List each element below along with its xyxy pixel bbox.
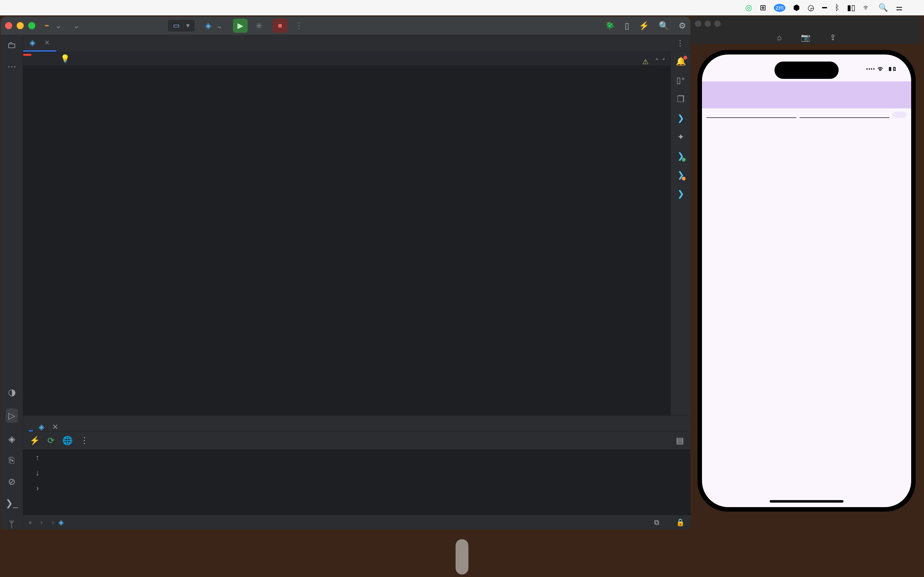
bluetooth-icon[interactable]: ᛒ	[835, 3, 839, 12]
traffic-close[interactable]	[695, 21, 701, 27]
inspection-widget[interactable]: ⚠ ˄ ˅	[642, 55, 666, 69]
home-indicator[interactable]	[770, 500, 843, 503]
stop-button[interactable]: ■	[273, 19, 288, 33]
reader-mode-icon[interactable]: ⧉	[654, 518, 659, 527]
scroll-down-icon[interactable]: ↓	[36, 468, 39, 477]
console-output[interactable]: ↑ ↓ ›	[23, 450, 690, 515]
device-manager-icon[interactable]: ▯	[625, 21, 629, 31]
breadcrumb-icon: ▫	[29, 518, 31, 527]
terminal-tool-icon[interactable]: ❯_	[5, 498, 18, 508]
device-icon: ▭	[173, 21, 180, 30]
sim-toolbar: ⌂ 📷 ⇪	[691, 31, 922, 44]
device-selector[interactable]: ▭ ▾	[168, 19, 195, 32]
android-studio-window: ⌄ ⌄ ▭ ▾ ◈ ⌄ ▶ ⛯ ■ ⋮ 🪲 ▯ ⚡ 🔍 ⚙ 🗀 ⋯ ◑	[1, 17, 690, 530]
spotlight-icon[interactable]: 🔍	[879, 3, 888, 12]
project-badge	[45, 25, 49, 26]
dart-icon: ◈	[205, 21, 211, 30]
chevron-up-icon[interactable]: ˄	[655, 55, 659, 69]
settings-icon[interactable]: ⚙	[678, 21, 686, 31]
traffic-maximize[interactable]	[714, 21, 720, 27]
flutter-tool-icon-2[interactable]: ❯	[677, 170, 684, 180]
coverage-tool-icon[interactable]: ◑	[8, 387, 16, 398]
git-tool-icon[interactable]: ᛘ	[9, 519, 15, 530]
traffic-maximize[interactable]	[28, 22, 35, 29]
open-devtools-icon[interactable]: 🌐	[62, 436, 73, 446]
close-tab-icon[interactable]: ✕	[44, 39, 50, 47]
more-actions-button[interactable]: ⋮	[292, 19, 306, 33]
attach-debugger-icon[interactable]: 🪲	[605, 21, 615, 31]
run-tool-icon[interactable]: ▷	[6, 408, 18, 423]
project-selector[interactable]: ⌄	[55, 21, 61, 30]
flutter-inspector-icon[interactable]: ❯	[677, 113, 684, 123]
dock	[456, 539, 468, 574]
hex-menuextra-icon[interactable]: ⬢	[793, 3, 800, 12]
grid-menuextra-icon[interactable]: ⊞	[760, 3, 766, 12]
layout-icon[interactable]: ▤	[676, 436, 684, 446]
line-menuextra-icon[interactable]: ◎	[745, 3, 752, 12]
input-row	[702, 108, 911, 121]
editor-tab-main[interactable]: ◈ ✕	[23, 35, 56, 52]
annotation-highlight	[23, 54, 31, 56]
tab-overflow-icon[interactable]: ⋮	[676, 39, 690, 48]
app-bar	[702, 81, 911, 108]
status-icons: ···· ᯤ ▮▯	[866, 64, 897, 74]
toolbar-more-icon[interactable]: ⋮	[80, 436, 89, 446]
home-icon[interactable]: ⌂	[777, 33, 782, 42]
search-icon[interactable]: 🔍	[659, 21, 669, 31]
package-tool-icon[interactable]: ⎘	[9, 455, 15, 466]
screenshot-icon[interactable]: 📷	[801, 33, 811, 42]
right-tool-stripe: 🔔 ▯⁺ ❐ ❯ ✦ ❯ ❯ ❯	[670, 52, 690, 416]
hot-restart-icon[interactable]: ⟳	[47, 436, 55, 446]
close-icon[interactable]: ✕	[52, 422, 58, 432]
ime-indicator[interactable]	[822, 7, 827, 8]
chevron-down-icon[interactable]: ˅	[662, 55, 666, 69]
diamond-tool-icon[interactable]: ◈	[8, 434, 15, 444]
traffic-close[interactable]	[5, 22, 12, 29]
share-icon[interactable]: ⇪	[830, 33, 836, 42]
caret-right-icon[interactable]: ›	[36, 484, 39, 493]
goods-list[interactable]	[702, 121, 911, 487]
problems-tool-icon[interactable]: ⊘	[8, 476, 15, 487]
traffic-minimize[interactable]	[704, 21, 711, 27]
lock-icon[interactable]: 🔒	[676, 518, 685, 527]
debug-button[interactable]: ⛯	[252, 19, 266, 33]
layers-icon[interactable]: ❐	[677, 94, 684, 104]
control-center-icon[interactable]: ⚌	[896, 3, 903, 12]
run-tab[interactable]	[29, 424, 33, 432]
status-bar: ···· ᯤ ▮▯	[702, 64, 911, 74]
code-editor[interactable]: 💡 ⚠ ˄ ˅	[23, 52, 670, 416]
traffic-minimize[interactable]	[17, 22, 24, 29]
name-input[interactable]	[706, 111, 796, 118]
run-config-selector[interactable]: ◈ ⌄	[205, 21, 223, 30]
intention-bulb-icon[interactable]: 💡	[60, 52, 70, 65]
device-frame: ···· ᯤ ▮▯	[698, 50, 916, 512]
more-tool-icon[interactable]: ⋯	[7, 61, 16, 72]
sparkle-icon[interactable]: ✦	[677, 132, 684, 142]
run-toolbar: ⚡ ⟳ 🌐 ⋮ ▤	[23, 432, 690, 450]
dart-icon: ◈	[58, 518, 64, 527]
dart-icon: ◈	[29, 38, 35, 47]
save-button[interactable]	[893, 111, 907, 118]
run-config-tab[interactable]: ◈ ✕	[37, 420, 63, 432]
run-button[interactable]: ▶	[233, 19, 248, 33]
vcs-selector[interactable]: ⌄	[73, 21, 79, 30]
macos-menubar: ◎ ⊞ zm ⬢ ◶ ᛒ ▮▯ ᯤ 🔍 ⚌	[0, 0, 924, 15]
project-tool-icon[interactable]: 🗀	[7, 40, 16, 50]
sim-titlebar	[691, 17, 922, 31]
notifications-icon[interactable]: 🔔	[676, 56, 686, 66]
zoom-menuextra-icon[interactable]: zm	[774, 4, 785, 12]
flutter-tool-icon[interactable]: ❯	[677, 151, 684, 161]
hot-reload-icon[interactable]: ⚡	[29, 436, 40, 446]
left-tool-stripe: 🗀 ⋯ ◑ ▷ ◈ ⎘ ⊘ ❯_ ᛘ	[1, 35, 23, 530]
flash-icon[interactable]: ⚡	[639, 21, 649, 31]
dart-icon: ◈	[39, 422, 44, 432]
flutter-tool-icon-3[interactable]: ❯	[677, 189, 684, 199]
orbit-menuextra-icon[interactable]: ◶	[808, 3, 814, 12]
scroll-up-icon[interactable]: ↑	[36, 453, 39, 462]
device-screen[interactable]: ···· ᯤ ▮▯	[702, 55, 911, 507]
wifi-icon[interactable]: ᯤ	[863, 3, 871, 12]
price-input[interactable]	[800, 111, 889, 118]
battery-icon[interactable]: ▮▯	[847, 3, 855, 12]
ide-titlebar: ⌄ ⌄ ▭ ▾ ◈ ⌄ ▶ ⛯ ■ ⋮ 🪲 ▯ ⚡ 🔍 ⚙	[1, 17, 690, 35]
device-icon[interactable]: ▯⁺	[676, 75, 685, 85]
